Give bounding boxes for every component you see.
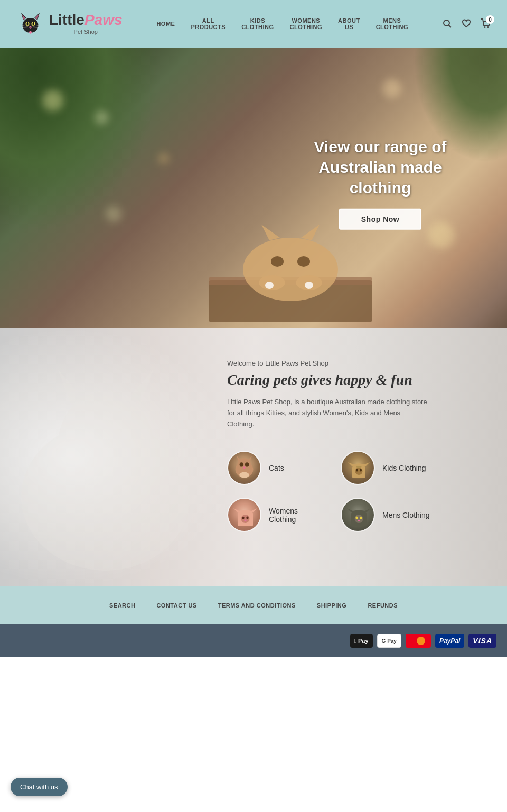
category-womens[interactable]: Womens Clothing	[227, 498, 325, 532]
footer-payment:  Pay G Pay PayPal VISA	[0, 624, 507, 657]
about-title: Caring pets gives happy & fun	[227, 371, 475, 388]
kids-label: Kids Clothing	[382, 464, 426, 472]
svg-point-41	[243, 467, 246, 469]
svg-point-24	[297, 256, 310, 267]
svg-point-9	[33, 22, 34, 25]
cart-button[interactable]: 0	[481, 18, 491, 29]
bokeh-1	[42, 90, 63, 111]
svg-marker-44	[348, 462, 370, 466]
svg-point-1	[23, 18, 39, 33]
heart-icon	[462, 19, 471, 29]
svg-marker-38	[248, 456, 252, 462]
svg-point-48	[356, 466, 362, 468]
svg-point-23	[271, 256, 284, 267]
footer-nav: SEARCH CONTACT US TERMS AND CONDITIONS S…	[0, 586, 507, 624]
apple-pay-badge:  Pay	[350, 634, 373, 648]
svg-point-47	[360, 469, 362, 472]
womens-label: Womens Clothing	[269, 507, 325, 524]
search-icon	[443, 19, 452, 29]
svg-point-39	[240, 463, 244, 467]
about-section: Welcome to Little Paws Pet Shop Caring p…	[0, 328, 507, 586]
category-grid: Cats	[227, 451, 438, 532]
pine-overlay-left	[0, 48, 180, 259]
svg-line-14	[33, 27, 39, 27]
cats-label: Cats	[269, 464, 284, 472]
google-pay-badge: G Pay	[377, 634, 401, 648]
shop-now-button[interactable]: Shop Now	[339, 209, 421, 230]
footer-shipping[interactable]: SHIPPING	[317, 602, 347, 609]
svg-point-51	[241, 515, 250, 523]
svg-point-27	[265, 282, 274, 289]
svg-point-8	[27, 22, 29, 25]
logo-link[interactable]: LittlePaws Pet Shop	[16, 10, 123, 39]
svg-point-54	[245, 520, 247, 521]
svg-point-10	[30, 26, 32, 27]
svg-point-28	[305, 282, 313, 289]
svg-point-52	[242, 517, 244, 519]
mastercard-badge	[406, 634, 431, 648]
svg-line-17	[449, 25, 452, 28]
about-description: Little Paws Pet Shop, is a boutique Aust…	[227, 397, 428, 430]
logo-subtitle: Pet Shop	[49, 29, 123, 35]
svg-point-57	[355, 515, 363, 523]
footer-search[interactable]: SEARCH	[109, 602, 135, 609]
svg-line-12	[22, 27, 28, 27]
cats-thumbnail	[227, 451, 261, 485]
wishlist-button[interactable]	[462, 19, 471, 29]
svg-point-40	[245, 463, 249, 467]
paypal-badge: PayPal	[435, 634, 464, 648]
bokeh-4	[158, 153, 169, 164]
cart-count: 0	[486, 15, 494, 24]
nav-home[interactable]: HOME	[156, 21, 175, 27]
svg-point-19	[487, 26, 489, 28]
svg-marker-29	[261, 225, 280, 240]
svg-point-46	[356, 469, 358, 472]
mens-label: Mens Clothing	[382, 511, 430, 519]
hero-title: View our range of Australian made clothi…	[296, 136, 465, 198]
svg-point-62	[417, 637, 425, 645]
visa-badge: VISA	[468, 634, 496, 648]
kids-thumbnail	[341, 451, 375, 485]
nav-about-us[interactable]: ABOUTUS	[338, 17, 360, 30]
svg-point-59	[360, 517, 362, 519]
about-content: Welcome to Little Paws Pet Shop Caring p…	[0, 328, 507, 564]
mastercard-icon	[410, 636, 427, 646]
bokeh-2	[95, 111, 108, 124]
search-button[interactable]	[443, 19, 452, 29]
mens-thumbnail	[341, 498, 375, 532]
svg-point-45	[355, 468, 363, 475]
bokeh-6	[106, 206, 121, 222]
svg-point-60	[358, 520, 360, 521]
footer-terms[interactable]: TERMS AND CONDITIONS	[218, 602, 296, 609]
logo-name: Little	[49, 12, 84, 28]
nav-all-products[interactable]: ALLPRODUCTS	[191, 17, 226, 30]
nav-kids-clothing[interactable]: KIDSCLOTHING	[241, 17, 274, 30]
womens-thumbnail	[227, 498, 261, 532]
footer-refunds[interactable]: REFUNDS	[368, 602, 398, 609]
svg-point-58	[355, 517, 358, 519]
hero-content: View our range of Australian made clothi…	[296, 136, 465, 230]
svg-marker-37	[237, 456, 241, 462]
category-mens[interactable]: Mens Clothing	[341, 498, 438, 532]
svg-marker-50	[233, 508, 257, 512]
svg-point-53	[246, 517, 248, 519]
nav-womens-clothing[interactable]: WOMENSCLOTHING	[290, 17, 322, 30]
category-cats[interactable]: Cats	[227, 451, 325, 485]
svg-marker-56	[347, 508, 371, 512]
logo-icon	[16, 10, 45, 39]
footer-contact[interactable]: CONTACT US	[156, 602, 196, 609]
svg-point-16	[444, 20, 449, 26]
svg-point-22	[243, 238, 338, 301]
about-welcome: Welcome to Little Paws Pet Shop	[227, 359, 475, 367]
category-kids[interactable]: Kids Clothing	[341, 451, 438, 485]
header-icons: 0	[443, 18, 491, 29]
nav-mens-clothing[interactable]: MENSCLOTHING	[376, 17, 408, 30]
bokeh-3	[383, 79, 401, 98]
svg-point-42	[239, 472, 249, 478]
svg-point-18	[484, 26, 486, 28]
main-nav: HOME ALLPRODUCTS KIDSCLOTHING WOMENSCLOT…	[123, 17, 443, 30]
site-header: LittlePaws Pet Shop HOME ALLPRODUCTS KID…	[0, 0, 507, 48]
logo-paws: Paws	[84, 12, 123, 28]
hero-section: View our range of Australian made clothi…	[0, 48, 507, 328]
